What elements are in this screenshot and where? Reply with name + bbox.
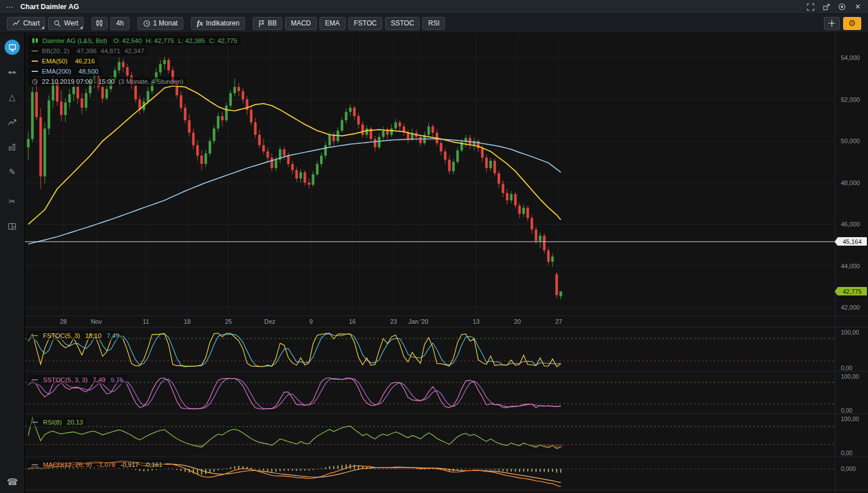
fullscreen-icon[interactable] xyxy=(806,3,815,11)
legend-ema50-value: 46,216 xyxy=(75,58,94,65)
hline-price-tag[interactable]: 45,164 xyxy=(837,237,867,246)
interval-label: 4h xyxy=(116,19,123,27)
legend-open: O: 42,540 xyxy=(113,37,142,44)
fx-icon: fx xyxy=(197,19,203,28)
ema200-line xyxy=(28,139,561,245)
x-axis-layer: 28Nov111825Dez91623Jan '20132027 xyxy=(60,318,562,325)
quick-indicator-fstoc-button[interactable]: FSTOC xyxy=(348,17,382,30)
crosshair-settings-button[interactable] xyxy=(824,17,840,30)
period-label: 1 Monat xyxy=(153,19,178,27)
toolbar: Chart Wert 4h 1 Monat fx Indikatoren BB … xyxy=(0,14,868,33)
x-axis-label: 16 xyxy=(349,318,356,325)
tool-cut-button[interactable]: ✂ xyxy=(5,194,20,209)
chart-menu-label: Chart xyxy=(23,19,40,27)
chart-region: 54,00052,00050,00048,00046,00044,00042,0… xyxy=(25,33,868,493)
fstoc-panel: 100,000,00 xyxy=(25,329,859,371)
tool-draw-button[interactable]: ✎ xyxy=(5,164,20,179)
triangle-icon: △ xyxy=(9,93,16,101)
clock-small-icon xyxy=(32,79,38,85)
clock-icon xyxy=(143,20,150,27)
sstoc-header[interactable]: SSTOC(5, 3, 3) 7,49 9,75 xyxy=(28,375,127,384)
quick-indicator-macd-label: MACD xyxy=(291,19,310,27)
search-instrument-button[interactable]: Wert xyxy=(48,17,84,30)
tool-sidebar: △ ✎ ✂ ☎ xyxy=(0,33,25,493)
rsi-value: 20,13 xyxy=(67,419,83,426)
y-axis-label: 52,000 xyxy=(841,96,860,103)
panel-axis-label: 100,00 xyxy=(841,415,859,422)
quick-indicator-bb-label: BB xyxy=(267,19,277,27)
phone-button[interactable]: ☎ xyxy=(0,477,25,487)
legend-ema200-name: EMA(200) xyxy=(42,68,71,75)
sstoc-value-d: 9,75 xyxy=(110,376,123,383)
y-axis-label: 44,000 xyxy=(841,263,860,269)
ema200-swatch xyxy=(32,71,38,72)
window-controls: × xyxy=(806,3,862,11)
quick-indicator-sstoc-button[interactable]: SSTOC xyxy=(385,17,420,30)
ema50-swatch xyxy=(32,61,38,62)
fstoc-header[interactable]: FSTOC(5, 3) 18,10 7,49 xyxy=(28,331,123,340)
bars-icon xyxy=(8,143,16,151)
panel-axis-label: 0,00 xyxy=(841,407,853,414)
tool-chart-button[interactable] xyxy=(5,40,20,55)
legend-timeframe: (3 Monate, 4 Stunden) xyxy=(119,78,183,85)
chart-menu-button[interactable]: Chart xyxy=(7,17,45,30)
candles-layer xyxy=(27,57,562,299)
phone-icon: ☎ xyxy=(7,477,18,487)
macd-header[interactable]: MACD(12, 26, 9) -1,078 -0,917 -0,161 xyxy=(28,460,166,469)
quick-indicator-macd-button[interactable]: MACD xyxy=(285,17,316,30)
tool-bars-button[interactable] xyxy=(5,139,20,155)
legend-bb-row[interactable]: BB(20, 2) 47,396 44,871 42,347 xyxy=(28,46,148,55)
panel-axis-label: 100,00 xyxy=(841,329,859,336)
quick-indicator-rsi-button[interactable]: RSI xyxy=(422,17,445,30)
rsi-title: RSI(8) xyxy=(43,419,62,426)
x-axis-label: Jan '20 xyxy=(408,318,428,325)
legend-timestamp: 22.10.2019 07:00 - 15:00 xyxy=(42,78,115,85)
popout-icon[interactable] xyxy=(822,3,831,11)
legend-low: L: 42,385 xyxy=(178,37,205,44)
trend-arrow-icon xyxy=(8,118,17,126)
x-axis-label: 28 xyxy=(60,318,67,325)
last-price-tag: 42,775 xyxy=(837,287,867,295)
window-menu-icon[interactable]: ⋯ xyxy=(6,3,15,11)
period-button[interactable]: 1 Monat xyxy=(137,17,183,30)
legend-bb-middle: 44,871 xyxy=(101,48,120,54)
hline-tool-icon xyxy=(7,68,17,77)
macd-title: MACD(12, 26, 9) xyxy=(43,461,92,468)
macd-signal-value: -0,917 xyxy=(120,461,139,468)
scissors-icon: ✂ xyxy=(8,197,16,205)
quick-indicator-ema-button[interactable]: EMA xyxy=(319,17,346,30)
macd-swatch xyxy=(32,464,38,465)
quick-indicator-fstoc-label: FSTOC xyxy=(354,19,377,27)
y-axis-label: 50,000 xyxy=(841,138,860,144)
legend-time-row: 22.10.2019 07:00 - 15:00 (3 Monate, 4 St… xyxy=(28,77,187,86)
chart-line-icon xyxy=(12,20,20,27)
chart-legend: Daimler AG (L&S, Bid) O: 42,540 H: 42,77… xyxy=(28,36,241,87)
settings-button[interactable]: ⚙ xyxy=(843,17,861,30)
tool-layout-button[interactable] xyxy=(5,218,20,234)
indicators-button[interactable]: fx Indikatoren xyxy=(191,17,245,30)
tool-hline-button[interactable] xyxy=(5,65,20,80)
legend-ema50-row[interactable]: EMA(50) 46,216 xyxy=(28,57,98,66)
tool-triangle-button[interactable]: △ xyxy=(5,89,20,105)
monitor-icon xyxy=(8,43,17,52)
tool-trend-button[interactable] xyxy=(5,114,20,130)
x-axis-label: 18 xyxy=(184,318,191,325)
fstoc-swatch xyxy=(32,335,38,336)
gear-icon: ⚙ xyxy=(848,18,856,28)
quick-indicator-rsi-label: RSI xyxy=(428,19,439,27)
chart-style-button[interactable] xyxy=(92,17,107,30)
quick-indicator-bb-button[interactable]: BB xyxy=(253,17,282,30)
close-icon[interactable]: × xyxy=(853,3,862,11)
chart-canvas[interactable]: 54,00052,00050,00048,00046,00044,00042,0… xyxy=(25,33,868,493)
x-axis-label: 9 xyxy=(309,318,313,325)
legend-instrument-row[interactable]: Daimler AG (L&S, Bid) O: 42,540 H: 42,77… xyxy=(28,36,241,45)
legend-close: C: 42,775 xyxy=(209,37,237,44)
x-axis-label: 25 xyxy=(225,318,232,325)
interval-button[interactable]: 4h xyxy=(110,17,129,30)
record-icon[interactable] xyxy=(837,3,847,11)
panel-axis-label: 0,00 xyxy=(841,365,853,371)
ema50-line xyxy=(28,86,561,224)
x-axis-label: 13 xyxy=(473,318,480,325)
legend-ema200-row[interactable]: EMA(200) 48,500 xyxy=(28,67,102,76)
rsi-header[interactable]: RSI(8) 20,13 xyxy=(28,418,87,427)
